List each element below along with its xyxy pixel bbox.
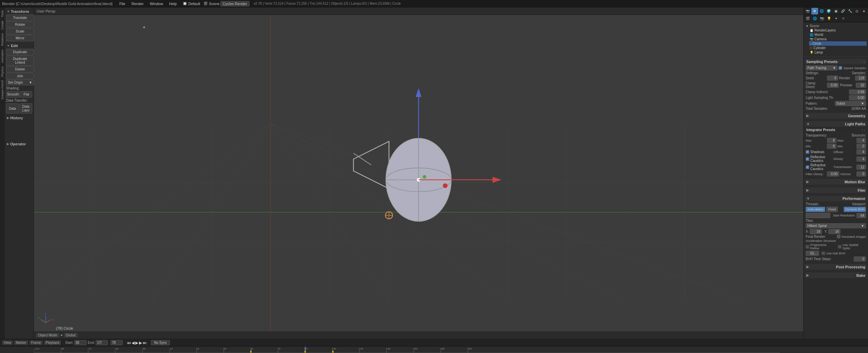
edit-section[interactable]: ▼ Edit: [6, 43, 32, 48]
camera-item[interactable]: 📷 Camera: [809, 37, 867, 41]
scale-button[interactable]: Scale: [6, 28, 34, 35]
viewport-grid[interactable]: ✦ X Y Z (78) Circle: [34, 15, 803, 339]
render-settings-icon[interactable]: ⚙: [811, 8, 818, 15]
tab-greasepencil[interactable]: Grease Pencil: [0, 79, 4, 101]
clamp-indirect-input[interactable]: 0.98: [849, 89, 866, 95]
particles-icon[interactable]: ✦: [833, 15, 840, 22]
physics-icon[interactable]: ⚛: [840, 15, 847, 22]
object-icon[interactable]: ▣: [832, 8, 839, 15]
translate-button[interactable]: Translate: [6, 15, 34, 21]
motion-blur-title[interactable]: ▶ Motion Blur: [805, 179, 867, 185]
mirror-button[interactable]: Mirror: [6, 35, 34, 41]
scene-icon[interactable]: 🌐: [818, 8, 825, 15]
performance-title[interactable]: ▼ Performance: [805, 196, 867, 201]
world-item[interactable]: 🌐 World: [809, 33, 867, 37]
current-frame-input[interactable]: [111, 340, 123, 345]
lamp-props-icon[interactable]: 💡: [826, 15, 832, 22]
start-frame-input[interactable]: [74, 340, 86, 345]
bvh-time-input[interactable]: 0: [854, 256, 866, 262]
seed-input[interactable]: 0: [827, 76, 838, 81]
gl-input[interactable]: GL...: [806, 251, 819, 256]
transmission-input[interactable]: 12: [856, 165, 866, 170]
set-origin-select[interactable]: Set Origin ▼: [6, 80, 34, 85]
duplicate-button[interactable]: Duplicate: [6, 49, 34, 55]
tab-animation[interactable]: Animation: [0, 48, 4, 64]
diffuse-input[interactable]: 4: [856, 149, 866, 154]
view-menu[interactable]: Object Mode: [36, 333, 59, 337]
tab-relations[interactable]: Relations: [0, 32, 4, 47]
data-layo-button[interactable]: Data Layo: [20, 103, 33, 113]
prog-refine-checkbox[interactable]: □: [806, 245, 809, 249]
next-frame-btn[interactable]: ▶: [139, 340, 142, 345]
shadows-checkbox[interactable]: ✓: [806, 150, 809, 154]
up-icon[interactable]: ↑: [862, 60, 863, 63]
render-samples-input[interactable]: 128: [855, 76, 866, 81]
engine-selector[interactable]: Cycles Render: [220, 1, 250, 6]
refractive-checkbox[interactable]: ✓: [806, 165, 809, 169]
use-hair-bvh-checkbox[interactable]: □: [822, 251, 825, 255]
y-input[interactable]: 16: [828, 229, 841, 234]
x-input[interactable]: 16: [810, 229, 822, 234]
camera-props-icon[interactable]: 📷: [818, 15, 825, 22]
lamp-item[interactable]: 💡 Lamp: [809, 50, 867, 55]
trans-max-input[interactable]: 8: [827, 138, 836, 143]
post-processing-title[interactable]: ▶ Post Processing: [805, 264, 867, 270]
bounce-max-input[interactable]: 4: [856, 138, 866, 143]
persistent-images-checkbox[interactable]: ☐: [837, 235, 841, 238]
start-res-input[interactable]: 64: [856, 213, 866, 218]
film-title[interactable]: ▶ Film: [805, 187, 867, 193]
use-spatial-checkbox[interactable]: □: [838, 245, 842, 249]
modifier-icon[interactable]: 🔧: [847, 8, 853, 15]
menu-file[interactable]: File: [117, 1, 128, 6]
rotate-button[interactable]: Rotate: [6, 21, 34, 28]
reflective-checkbox[interactable]: ✓: [806, 157, 809, 161]
light-paths-title[interactable]: ▼ Light Paths: [805, 121, 867, 127]
world-props-icon[interactable]: 🌐: [811, 15, 818, 22]
circle-item[interactable]: ○ Circle: [809, 41, 867, 46]
viewport[interactable]: User Persp: [34, 7, 804, 339]
hilbert-spiral-select[interactable]: Hilbert Spiral ▼: [806, 223, 866, 228]
transform-section[interactable]: ▼ Transform: [6, 9, 32, 14]
volume-input[interactable]: 0: [856, 171, 866, 176]
down-icon[interactable]: ↓: [864, 60, 866, 63]
flat-button[interactable]: Flat: [20, 91, 32, 98]
menu-help[interactable]: Help: [166, 1, 180, 6]
menu-render[interactable]: Render: [129, 1, 146, 6]
frame-btn[interactable]: Frame: [29, 340, 43, 345]
play-btn[interactable]: ▶: [135, 340, 138, 345]
sync-selector[interactable]: No Sync: [151, 340, 170, 345]
world-icon[interactable]: 🌍: [825, 8, 832, 15]
playback-btn[interactable]: Playback: [44, 340, 61, 345]
constraints-icon[interactable]: 🔗: [840, 8, 846, 15]
global-label[interactable]: Global: [64, 333, 78, 337]
filter-glossy-input[interactable]: 0.00: [827, 171, 839, 176]
scene-header[interactable]: ▼ Scene: [805, 24, 867, 28]
prev-keyframe-btn[interactable]: ⏮: [127, 340, 131, 345]
cylinder-item[interactable]: ⬡ Cylinder: [809, 46, 867, 50]
operator-section[interactable]: ▶ Operator: [6, 141, 32, 147]
menu-window[interactable]: Window: [147, 1, 166, 6]
auto-detect-btn[interactable]: Auto-detect: [806, 207, 825, 212]
tab-create[interactable]: Create: [0, 19, 4, 31]
duplicate-linked-button[interactable]: Duplicate Linked: [6, 56, 34, 66]
render-icon[interactable]: 📷: [804, 8, 811, 15]
end-frame-input[interactable]: [96, 340, 108, 345]
marker-btn[interactable]: Marker: [14, 340, 28, 345]
scene-props-icon[interactable]: 🎬: [804, 15, 811, 22]
int-down-icon[interactable]: ↓: [864, 128, 866, 132]
int-up-icon[interactable]: ↑: [862, 128, 863, 132]
threads-input[interactable]: [806, 213, 830, 218]
prev-frame-btn[interactable]: ◀: [132, 340, 135, 345]
data-icon[interactable]: ◎: [853, 8, 860, 15]
tab-tools[interactable]: Tools: [0, 9, 4, 19]
view-btn[interactable]: View: [2, 340, 13, 345]
fixed-btn[interactable]: Fixed: [826, 207, 838, 212]
path-tracing-select[interactable]: Path Tracing ▼: [806, 65, 837, 70]
material-icon[interactable]: ●: [861, 8, 867, 15]
render-layers-item[interactable]: 📋 RenderLayers: [809, 28, 867, 33]
light-sampling-input[interactable]: 0.00: [849, 95, 866, 100]
square-samples-checkbox[interactable]: ✓: [839, 66, 842, 70]
bounce-min-input[interactable]: 0: [856, 144, 866, 149]
smooth-button[interactable]: Smooth: [6, 91, 20, 98]
glossy-input[interactable]: 4: [856, 157, 866, 162]
